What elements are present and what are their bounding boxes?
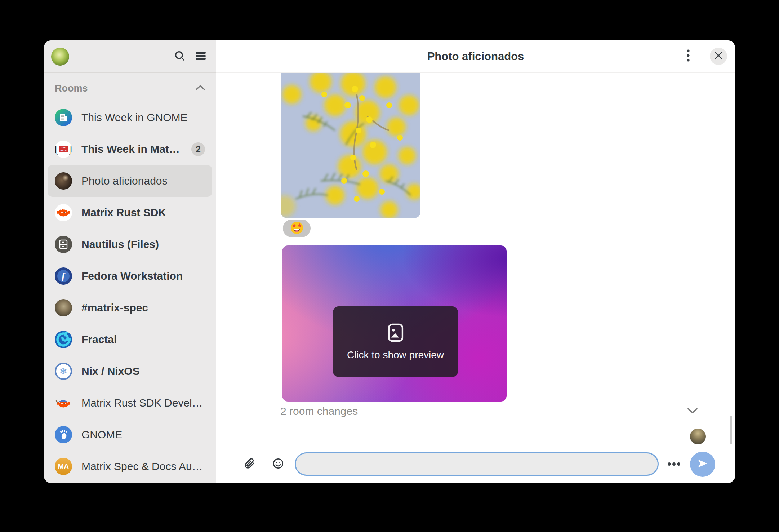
room-name: Photo aficionados xyxy=(81,175,205,187)
sidebar-item-this-week-in-matrix[interactable]: [ THE WEEK ] This Week in Mat… 2 xyxy=(48,133,212,165)
preview-label: Click to show preview xyxy=(347,349,444,361)
chat-header: Photo aficionados xyxy=(216,40,735,73)
sidebar-item-matrix-rust-sdk-devel[interactable]: Matrix Rust SDK Devel… xyxy=(48,387,212,419)
gnome-foot-icon xyxy=(55,426,72,443)
room-name: #matrix-spec xyxy=(81,302,205,314)
sidebar-item-photo-aficionados[interactable]: Photo aficionados xyxy=(48,165,212,197)
fedora-logo-icon: ƒ xyxy=(55,267,72,285)
emoji-picker-button[interactable] xyxy=(272,458,285,471)
twig-newspaper-icon xyxy=(55,109,72,126)
sidebar-item-fedora-workstation[interactable]: ƒ Fedora Workstation xyxy=(48,260,212,292)
chevron-down-icon xyxy=(687,408,698,415)
user-avatar[interactable] xyxy=(51,48,69,66)
the-week-badge: THE WEEK xyxy=(59,146,68,152)
rooms-section-label: Rooms xyxy=(55,83,196,94)
file-cabinet-icon xyxy=(55,236,72,253)
rooms-section-header: Rooms xyxy=(55,82,205,94)
sidebar: Rooms xyxy=(44,40,216,483)
hidden-image-preview[interactable]: Click to show preview xyxy=(282,245,507,402)
attach-file-button[interactable] xyxy=(243,458,256,471)
room-name: Matrix Rust SDK Devel… xyxy=(81,397,205,409)
room-name: Fedora Workstation xyxy=(81,270,205,282)
close-window-button[interactable] xyxy=(710,48,727,65)
search-button[interactable] xyxy=(172,49,188,65)
room-name: GNOME xyxy=(81,429,205,441)
kebab-menu-icon xyxy=(687,49,690,63)
the-week-logo-icon: [ THE WEEK ] xyxy=(55,141,72,158)
message-image-mimosa[interactable] xyxy=(281,73,420,218)
fractal-app-window: Rooms xyxy=(44,40,735,483)
room-list: This Week in GNOME [ THE WEEK ] This Wee… xyxy=(44,97,216,482)
room-changes-row[interactable]: 2 room changes xyxy=(280,405,358,417)
room-title: Photo aficionados xyxy=(427,50,524,63)
room-menu-button[interactable] xyxy=(680,48,696,64)
nix-snowflake-icon: ❄ xyxy=(55,363,72,380)
room-name: Nix / NixOS xyxy=(81,365,205,377)
message-input[interactable] xyxy=(295,452,659,476)
message-composer xyxy=(216,447,735,483)
sidebar-item-matrix-spec[interactable]: #matrix-spec xyxy=(48,292,212,324)
send-message-button[interactable] xyxy=(690,452,715,477)
sidebar-item-nautilus[interactable]: Nautilus (Files) xyxy=(48,229,212,260)
fractal-swirl-icon xyxy=(55,331,72,348)
room-name: Fractal xyxy=(81,333,205,346)
sidebar-header xyxy=(44,40,216,73)
timeline-scrollbar[interactable] xyxy=(730,416,732,444)
expand-room-changes-button[interactable] xyxy=(686,406,699,417)
ferris-crab-icon xyxy=(55,204,72,221)
room-name: This Week in Mat… xyxy=(81,143,187,155)
message-timeline: Click to show preview 2 room changes xyxy=(216,73,735,447)
ma-monogram-avatar: MA xyxy=(55,458,72,475)
sidebar-item-nix-nixos[interactable]: ❄ Nix / NixOS xyxy=(48,355,212,387)
sidebar-item-matrix-spec-docs[interactable]: MA Matrix Spec & Docs Au… xyxy=(48,451,212,482)
more-options-button[interactable] xyxy=(667,458,680,471)
ferris-crab-cap-icon xyxy=(55,394,72,412)
show-preview-button[interactable]: Click to show preview xyxy=(333,306,458,377)
unread-count-badge: 2 xyxy=(191,142,205,156)
paperclip-icon xyxy=(244,458,255,471)
close-icon xyxy=(715,52,722,61)
desktop-background: Rooms xyxy=(0,0,779,532)
room-name: Nautilus (Files) xyxy=(81,238,205,251)
sidebar-item-matrix-rust-sdk[interactable]: Matrix Rust SDK xyxy=(48,197,212,229)
collapse-rooms-button[interactable] xyxy=(196,85,205,92)
main-menu-button[interactable] xyxy=(193,49,209,65)
sidebar-item-gnome[interactable]: GNOME xyxy=(48,419,212,451)
search-icon xyxy=(174,50,186,63)
reaction-star-struck[interactable] xyxy=(283,220,311,237)
person-photo-avatar xyxy=(55,299,72,316)
sidebar-item-fractal[interactable]: Fractal xyxy=(48,324,212,355)
smiley-icon xyxy=(272,458,284,471)
sidebar-item-this-week-in-gnome[interactable]: This Week in GNOME xyxy=(48,102,212,133)
chat-pane: Photo aficionados xyxy=(216,40,735,483)
image-icon xyxy=(387,323,404,344)
hamburger-icon xyxy=(195,51,206,62)
room-name: Matrix Spec & Docs Au… xyxy=(81,460,205,473)
room-name: This Week in GNOME xyxy=(81,111,205,124)
star-struck-emoji-icon xyxy=(290,221,303,236)
message-input-field[interactable] xyxy=(304,458,650,470)
send-plane-icon xyxy=(696,457,709,471)
room-name: Matrix Rust SDK xyxy=(81,207,205,219)
read-receipt-avatar xyxy=(690,429,706,444)
vintage-camera-avatar xyxy=(55,172,72,190)
